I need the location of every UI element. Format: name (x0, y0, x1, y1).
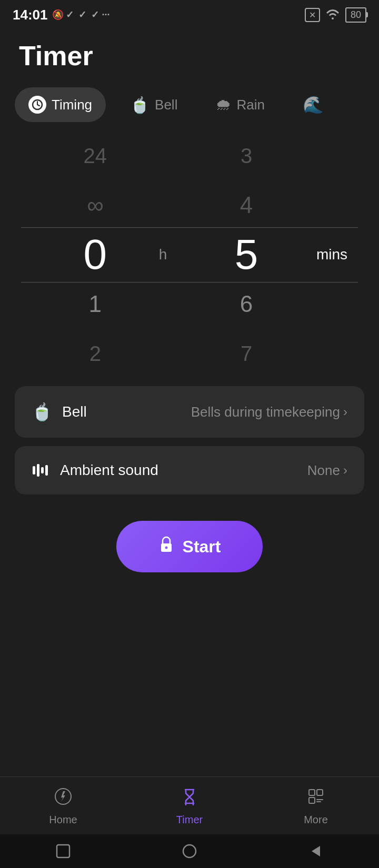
check-icons: ✓ ✓ ✓ (66, 9, 100, 21)
android-recents-button[interactable] (47, 841, 79, 862)
bell-setting-row[interactable]: 🍵 Bell Bells during timekeeping › (15, 386, 364, 438)
start-button-label: Start (183, 537, 221, 557)
home-lightning-icon (54, 788, 72, 810)
timer-hourglass-icon (181, 788, 198, 810)
wifi-icon (325, 8, 340, 22)
ambient-setting-label: Ambient sound (60, 462, 307, 479)
svg-line-2 (37, 105, 39, 106)
svg-rect-3 (33, 466, 35, 475)
status-bar: 14:01 🔕 ✓ ✓ ✓ ··· ✕ 80 (0, 0, 379, 27)
android-back-button[interactable] (300, 841, 332, 862)
hours-value-1: 1 (89, 279, 102, 329)
hours-value-2: 2 (89, 329, 101, 365)
svg-rect-6 (45, 465, 48, 476)
home-nav-label: Home (49, 814, 77, 826)
hours-value-inf: ∞ (87, 180, 103, 230)
android-nav-bar (0, 834, 379, 868)
rain-tab-label: Rain (236, 97, 264, 113)
hours-value-0: 0 (84, 230, 107, 279)
settings-container: 🍵 Bell Bells during timekeeping › Ambien… (0, 386, 379, 494)
svg-rect-5 (41, 467, 44, 473)
bell-arrow-icon: › (343, 405, 347, 419)
bell-setting-value: Bells during timekeeping › (191, 404, 347, 420)
timer-nav-label: Timer (176, 814, 203, 826)
nav-item-more[interactable]: More (253, 788, 379, 826)
svg-marker-10 (61, 791, 65, 802)
start-button-container: Start (0, 521, 379, 572)
status-right-icons: ✕ 80 (305, 7, 366, 23)
picker-columns: 24 ∞ 0 1 2 h 3 4 5 6 7 mins (32, 144, 347, 365)
tabs-container: Timing 🍵 Bell 🌧 Rain 🌊 (0, 86, 379, 123)
more-dots-icon: ··· (102, 9, 110, 21)
svg-point-8 (165, 547, 167, 549)
status-time: 14:01 (13, 7, 48, 23)
time-picker[interactable]: 24 ∞ 0 1 2 h 3 4 5 6 7 mins (0, 144, 379, 365)
more-grid-icon (307, 788, 325, 810)
start-button[interactable]: Start (116, 521, 263, 572)
tab-wave[interactable]: 🌊 (289, 86, 337, 123)
status-icons: 🔕 ✓ ✓ ✓ ··· (52, 9, 110, 21)
bell-bowl-icon: 🍵 (130, 96, 149, 114)
nav-item-timer[interactable]: Timer (126, 788, 253, 826)
hours-unit-label: h (159, 230, 167, 279)
android-home-button[interactable] (174, 841, 205, 862)
timing-clock-icon (28, 96, 46, 114)
bell-bowl-setting-icon: 🍵 (32, 402, 53, 422)
wave-icon: 🌊 (303, 95, 324, 115)
ambient-sound-icon (32, 462, 51, 479)
ambient-setting-value: None › (307, 462, 347, 479)
page-title: Timer (0, 27, 379, 86)
ambient-arrow-icon: › (343, 463, 347, 478)
minutes-value-6: 6 (240, 279, 253, 329)
ambient-setting-row[interactable]: Ambient sound None › (15, 446, 364, 494)
svg-marker-18 (312, 846, 320, 856)
minutes-value-4: 4 (240, 180, 253, 230)
lock-icon (158, 536, 174, 558)
nav-item-home[interactable]: Home (0, 788, 126, 826)
rain-icon: 🌧 (215, 96, 231, 114)
hours-column[interactable]: 24 ∞ 0 1 2 (32, 144, 159, 365)
svg-rect-16 (57, 845, 69, 857)
svg-rect-4 (37, 464, 39, 477)
minutes-unit-label: mins (310, 230, 347, 279)
bell-tab-label: Bell (155, 97, 177, 113)
tab-rain[interactable]: 🌧 Rain (202, 87, 278, 122)
svg-rect-13 (309, 798, 315, 803)
bottom-nav: Home Timer More (0, 776, 379, 834)
minutes-value-5: 5 (235, 230, 258, 279)
svg-rect-12 (317, 790, 323, 795)
timing-tab-label: Timing (52, 97, 92, 113)
minutes-value-3: 3 (241, 144, 252, 180)
bell-setting-label: Bell (62, 403, 191, 420)
svg-rect-11 (309, 790, 315, 795)
battery-icon: 80 (345, 7, 366, 23)
minutes-column[interactable]: 3 4 5 6 7 (183, 144, 310, 365)
more-nav-label: More (304, 814, 328, 826)
minutes-value-7: 7 (241, 329, 252, 365)
svg-point-17 (183, 845, 196, 857)
hours-value-24: 24 (84, 144, 107, 180)
tab-bell[interactable]: 🍵 Bell (116, 87, 191, 123)
tab-timing[interactable]: Timing (15, 87, 106, 122)
close-icon: ✕ (305, 8, 320, 22)
vibrate-icon: 🔕 (52, 9, 64, 21)
